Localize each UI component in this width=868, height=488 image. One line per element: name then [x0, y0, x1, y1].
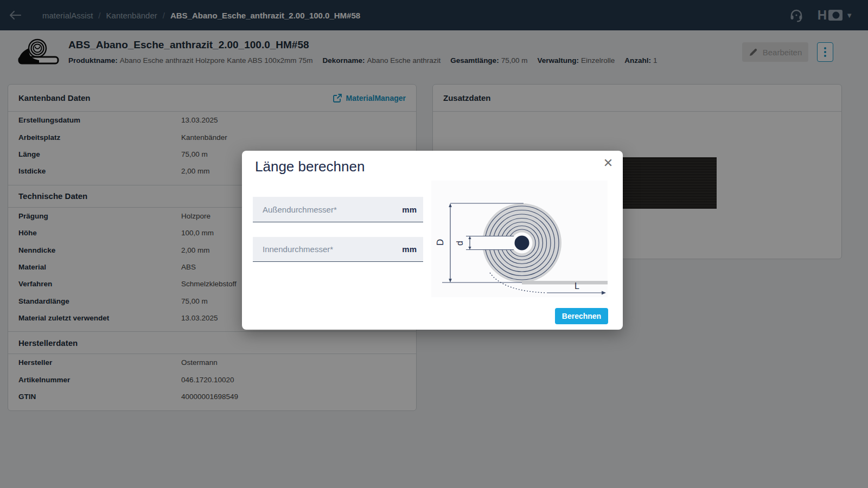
calculate-button[interactable]: Berechnen	[555, 308, 608, 324]
inner-diameter-field[interactable]: mm	[253, 237, 423, 262]
inner-diameter-input[interactable]	[263, 245, 398, 254]
unit-label: mm	[402, 205, 417, 214]
length-label: L	[575, 281, 579, 291]
laenge-berechnen-dialog: Länge berechnen ✕ mm mm d	[242, 151, 623, 330]
close-icon[interactable]: ✕	[601, 156, 615, 170]
dialog-title: Länge berechnen	[255, 158, 365, 175]
coil-diagram: d D L	[431, 181, 608, 297]
outer-diameter-input[interactable]	[263, 205, 398, 214]
unit-label: mm	[402, 245, 417, 254]
outer-diameter-label: D	[435, 239, 445, 246]
inner-diameter-label: d	[455, 241, 464, 246]
outer-diameter-field[interactable]: mm	[253, 197, 423, 222]
